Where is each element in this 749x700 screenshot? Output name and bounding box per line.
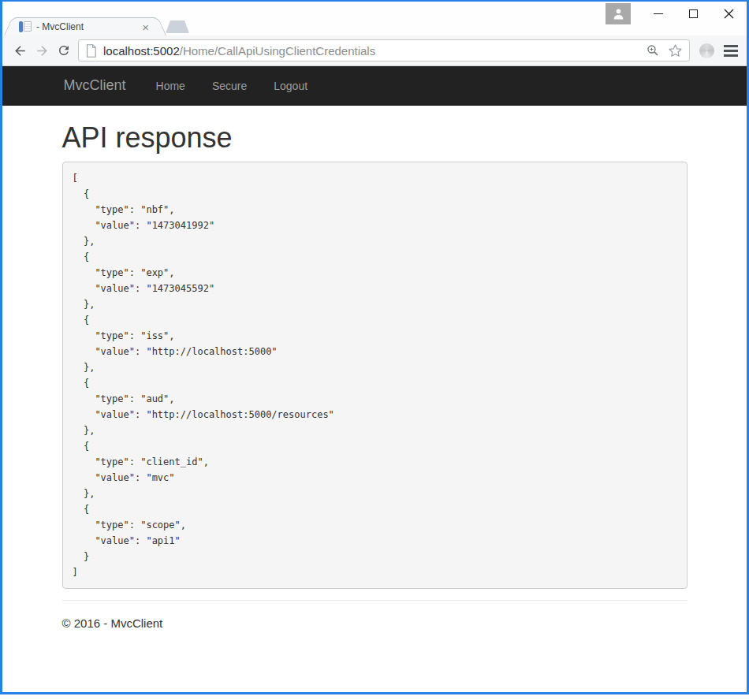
site-favicon-icon xyxy=(19,20,32,33)
browser-window: - MvcClient × xyxy=(0,0,749,694)
content-container: API response [ { "type": "nbf", "value":… xyxy=(62,122,688,630)
nav-links: Home Secure Logout xyxy=(143,66,322,106)
reload-icon xyxy=(57,43,71,58)
menu-button[interactable] xyxy=(721,39,740,62)
web-page: MvcClient Home Secure Logout API respons… xyxy=(2,66,747,692)
back-icon xyxy=(13,43,28,58)
url-path: /Home/CallApiUsingClientCredentials xyxy=(180,44,375,58)
minimize-icon xyxy=(654,13,663,14)
back-button[interactable] xyxy=(9,39,31,62)
url-host: localhost:5002 xyxy=(103,44,180,58)
titlebar: - MvcClient × xyxy=(2,2,747,35)
nav-link-home[interactable]: Home xyxy=(143,66,199,106)
bookmark-star-icon[interactable] xyxy=(668,43,683,58)
omnibox[interactable]: localhost:5002/Home/CallApiUsingClientCr… xyxy=(78,39,690,61)
close-icon xyxy=(724,9,734,19)
maximize-button[interactable] xyxy=(676,2,711,26)
nav-link-logout[interactable]: Logout xyxy=(260,66,321,106)
new-tab-button[interactable] xyxy=(166,20,189,33)
hamburger-icon xyxy=(724,45,738,47)
browser-tab[interactable]: - MvcClient × xyxy=(15,17,155,35)
site-navbar: MvcClient Home Secure Logout xyxy=(2,66,747,106)
person-icon xyxy=(612,7,625,20)
extension-icon[interactable] xyxy=(699,43,714,58)
tab-title: - MvcClient xyxy=(36,21,139,32)
api-response-pre: [ { "type": "nbf", "value": "1473041992"… xyxy=(62,162,688,589)
page-icon xyxy=(85,44,97,58)
window-controls xyxy=(640,2,747,26)
forward-icon xyxy=(35,43,50,58)
browser-toolbar: localhost:5002/Home/CallApiUsingClientCr… xyxy=(2,35,747,66)
zoom-icon[interactable] xyxy=(646,43,660,58)
url-text: localhost:5002/Home/CallApiUsingClientCr… xyxy=(103,44,375,58)
nav-link-secure[interactable]: Secure xyxy=(199,66,260,106)
minimize-button[interactable] xyxy=(640,2,676,26)
maximize-icon xyxy=(689,9,698,18)
forward-button[interactable] xyxy=(31,39,53,62)
reload-button[interactable] xyxy=(53,39,75,62)
close-button[interactable] xyxy=(711,2,747,26)
profile-button[interactable] xyxy=(606,3,631,24)
footer-divider xyxy=(62,600,688,601)
tab-close-icon[interactable]: × xyxy=(139,21,152,33)
footer-copyright: © 2016 - MvcClient xyxy=(62,616,688,630)
navbar-brand[interactable]: MvcClient xyxy=(64,77,126,94)
page-heading: API response xyxy=(62,122,688,154)
